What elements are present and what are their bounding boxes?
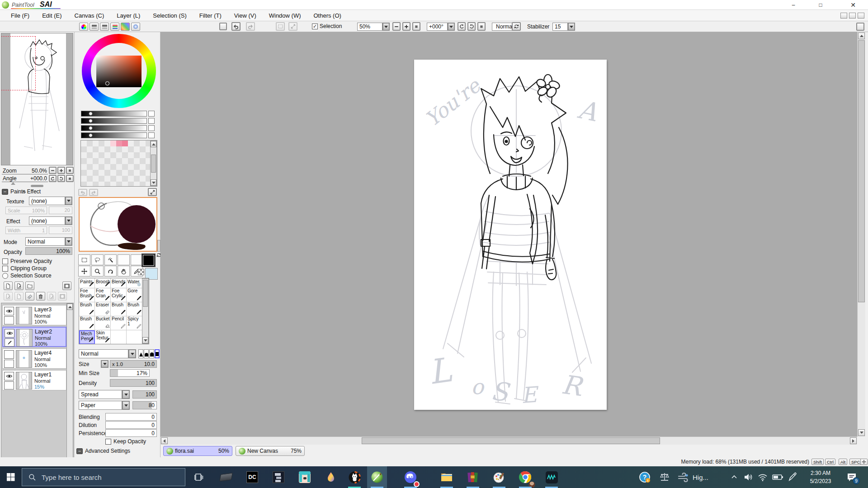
zoomglass-tool-button[interactable]	[91, 266, 104, 277]
selection-checkbox[interactable]: ✓	[312, 23, 318, 29]
rotate-tool-button[interactable]	[104, 266, 117, 277]
canvas-vertical-scrollbar[interactable]	[857, 32, 865, 436]
weather-widget[interactable]: Hig...	[675, 466, 723, 488]
mixer-mode-button[interactable]	[110, 23, 119, 31]
vscroll-thumb[interactable]	[858, 40, 865, 302]
color-slider-knob[interactable]	[89, 126, 93, 130]
clear-layer-button[interactable]	[25, 292, 34, 300]
hand-tool-button[interactable]	[118, 266, 130, 277]
mid-splitter-handle[interactable]	[157, 240, 160, 252]
menu-canvas[interactable]: Canvas (C)	[68, 11, 111, 20]
dilution-slider[interactable]: 0	[105, 421, 157, 429]
menu-edit[interactable]: Edit (E)	[36, 11, 68, 20]
size-unit-button[interactable]	[101, 360, 108, 368]
zoom-dropdown-button[interactable]	[382, 23, 390, 31]
wand-button[interactable]	[104, 254, 117, 265]
color-undo-button[interactable]	[78, 189, 87, 196]
panel-splitter-handle[interactable]	[31, 185, 43, 187]
brush-foe-crylic[interactable]: FoeCrylic	[111, 288, 127, 302]
rotate-ccw-button[interactable]	[458, 22, 466, 31]
persistence-slider[interactable]: 0	[105, 429, 157, 437]
tray-battery[interactable]	[770, 466, 785, 488]
taskbar-app-desmume[interactable]	[269, 466, 288, 488]
color-wheel-mode-button[interactable]	[79, 23, 88, 31]
stabilizer-dropdown-button[interactable]	[568, 23, 575, 31]
spread-slider[interactable]: 100	[132, 390, 157, 399]
brush-brush[interactable]: Brush	[79, 316, 95, 330]
taskbar-app-llama-app[interactable]	[344, 466, 364, 488]
navigator-preview[interactable]	[1, 33, 73, 165]
brush-shape-square-button[interactable]	[155, 349, 160, 358]
angle-dropdown[interactable]: +000°	[427, 23, 448, 31]
zoom-in-button[interactable]	[402, 22, 410, 31]
tray-help[interactable]: ?i	[635, 466, 655, 488]
taskbar-app-discord[interactable]	[401, 466, 420, 488]
layer-opacity-slider[interactable]: 100%	[25, 247, 72, 255]
taskbar-app-voicemod[interactable]	[542, 466, 561, 488]
primary-color-swatch[interactable]	[142, 253, 156, 267]
nav-zoom-slider[interactable]	[2, 174, 48, 174]
menu-filter[interactable]: Filter (T)	[193, 11, 228, 20]
taskbar-app-file-explorer[interactable]	[437, 466, 457, 488]
scroll-down-button[interactable]	[142, 337, 148, 343]
brush-blend-dropdown[interactable]: Normal	[79, 349, 128, 358]
redo-button[interactable]	[246, 22, 255, 31]
nav-rotate-ccw-button[interactable]	[49, 175, 57, 182]
tray-volume[interactable]	[741, 466, 755, 488]
brush-foe-water[interactable]: FoeWater	[127, 278, 142, 288]
new-lineart-layer-button[interactable]	[14, 282, 24, 290]
layer-row-layer3[interactable]: Layer3Normal100%	[2, 305, 66, 325]
color-slider-knob[interactable]	[89, 119, 93, 123]
layer-list-scrollbar[interactable]	[66, 303, 73, 465]
brush-blend-dropdown-button[interactable]	[128, 349, 136, 358]
paper-dropdown[interactable]: Paper	[79, 401, 122, 410]
brush-skin-textur[interactable]: SkinTextur	[95, 330, 111, 344]
window-arrange-icon-2[interactable]	[849, 13, 856, 19]
window-arrange-icon-3[interactable]	[858, 13, 864, 19]
brush-bucket[interactable]: Bucket	[95, 316, 111, 330]
color-slider-1[interactable]	[81, 118, 147, 124]
advanced-settings-header[interactable]: −Advanced Settings	[76, 448, 130, 454]
nav-rotate-reset-button[interactable]	[66, 175, 74, 182]
menu-file[interactable]: File (F)	[5, 11, 36, 20]
hscroll-right-button[interactable]	[850, 437, 857, 444]
color-redo-button[interactable]	[89, 189, 98, 196]
scroll-thumb[interactable]	[151, 155, 156, 173]
check-clipping-group[interactable]: Clipping Group	[2, 265, 47, 272]
color-slider-2[interactable]	[81, 125, 147, 131]
brush-pencil[interactable]: Pencil	[111, 316, 127, 330]
menu-view[interactable]: View (V)	[228, 11, 263, 20]
start-button[interactable]	[0, 466, 22, 488]
color-slider-0[interactable]	[81, 111, 147, 117]
layer-visibility-toggle[interactable]	[5, 329, 14, 338]
brush-shape-tri-button[interactable]	[138, 349, 143, 358]
move-tool-button[interactable]	[78, 266, 90, 277]
blending-slider[interactable]: 0	[105, 413, 157, 421]
delete-layer-button[interactable]	[36, 292, 45, 300]
paper-dropdown-button[interactable]	[122, 401, 130, 410]
canvas-tab-flora-sai[interactable]: flora.sai50%	[163, 446, 232, 456]
taskbar-app-miku-app[interactable]	[295, 466, 315, 488]
preview-expand-button[interactable]	[148, 188, 157, 196]
maximize-button[interactable]: □	[814, 1, 827, 9]
brush-cluck-broosh[interactable]: CluckBroosh	[95, 278, 111, 288]
layer-row-layer2[interactable]: Layer2Normal100%	[2, 327, 66, 347]
brush-brush[interactable]: Brush	[79, 302, 95, 316]
zoom-reset-button[interactable]	[412, 22, 420, 31]
layer-mode-dropdown[interactable]: Normal	[25, 237, 65, 246]
panel-toggle-button[interactable]	[856, 23, 864, 31]
tray-scales[interactable]	[655, 466, 675, 488]
zoom-out-button[interactable]	[392, 22, 401, 31]
radio-icon[interactable]	[2, 273, 8, 279]
min-size-slider[interactable]: 17%	[110, 369, 150, 377]
brush-gore[interactable]: Gore	[127, 288, 142, 302]
paste-layer-button[interactable]	[58, 292, 67, 300]
color-slider-knob[interactable]	[89, 112, 93, 116]
menu-layer[interactable]: Layer (L)	[110, 11, 146, 20]
effect-dropdown-button[interactable]	[65, 216, 72, 225]
taskbar-search[interactable]: Type here to search	[22, 468, 185, 486]
collapse-toggle-icon[interactable]: −	[2, 189, 8, 195]
invert-selection-button[interactable]	[288, 22, 297, 31]
nav-zoom-reset-button[interactable]	[66, 167, 74, 174]
custom-color-mode-button[interactable]	[131, 23, 140, 31]
